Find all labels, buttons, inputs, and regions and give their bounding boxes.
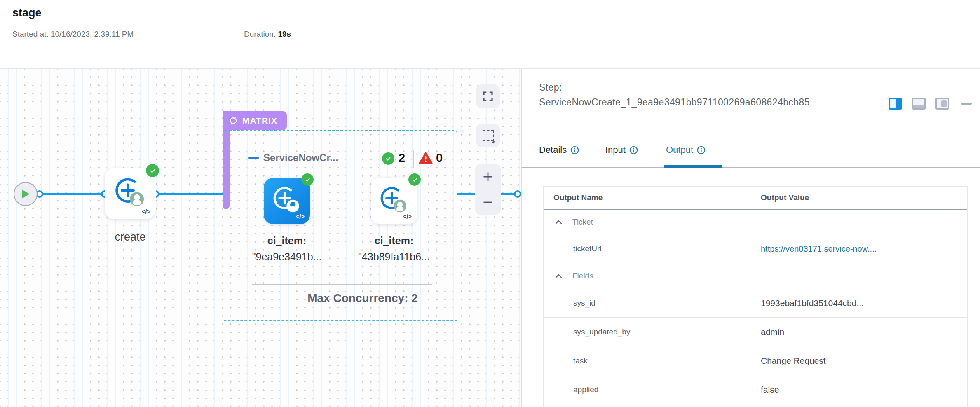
edge-create-to-matrix bbox=[156, 193, 223, 195]
matrix-group-box[interactable]: ServiceNowCr... 2 0 bbox=[223, 130, 457, 321]
step-details-panel: Step: ServiceNowCreate_1_9ea9e3491bb9711… bbox=[522, 69, 980, 407]
matrix-divider bbox=[252, 284, 432, 285]
layout-split-icon bbox=[896, 99, 901, 108]
layout-bottom-button[interactable] bbox=[912, 98, 926, 110]
duration-value: 19s bbox=[278, 30, 291, 38]
chevron-up-icon[interactable] bbox=[555, 220, 562, 225]
started-label: Started at: bbox=[12, 30, 49, 38]
create-step-node[interactable]: </> bbox=[105, 168, 156, 219]
group-row-ticket[interactable]: Ticket bbox=[544, 210, 967, 234]
table-header-row: Output Name Output Value bbox=[544, 187, 967, 210]
play-icon bbox=[21, 189, 30, 199]
column-output-value: Output Value bbox=[761, 193, 809, 202]
tab-input[interactable]: Input bbox=[605, 145, 638, 155]
zoom-out-button[interactable] bbox=[475, 189, 501, 215]
duration: Duration: 19s bbox=[244, 30, 291, 39]
table-row: sys_updated_by admin bbox=[544, 318, 967, 346]
zoom-in-icon bbox=[482, 171, 494, 182]
matrix-child-label-1: ci_item: "9ea9e3491b... bbox=[237, 235, 336, 263]
ci-item-value: "9ea9e3491b... bbox=[237, 251, 336, 263]
group-row-fields[interactable]: Fields bbox=[544, 263, 967, 289]
step-tabs: Details Input Output bbox=[522, 142, 980, 168]
matrix-step-title: ServiceNowCr... bbox=[263, 152, 338, 164]
column-output-name: Output Name bbox=[553, 193, 603, 202]
servicenow-create-icon bbox=[112, 175, 146, 209]
group-name: Fields bbox=[572, 271, 593, 281]
code-icon: </> bbox=[403, 213, 411, 220]
info-icon[interactable] bbox=[629, 146, 638, 154]
create-node-label: create bbox=[105, 231, 156, 243]
collapse-minus-icon[interactable] bbox=[248, 157, 259, 159]
fullscreen-button[interactable] bbox=[476, 84, 500, 108]
edge-start-to-create bbox=[36, 193, 106, 195]
success-check-icon bbox=[382, 152, 394, 165]
output-name: sys_id bbox=[573, 299, 596, 308]
layout-bottom-icon bbox=[913, 105, 924, 108]
output-value: 1993ebaf1bfd351044cbd... bbox=[761, 298, 864, 308]
servicenow-create-icon bbox=[377, 184, 409, 215]
marquee-select-button[interactable] bbox=[476, 124, 500, 147]
info-icon[interactable] bbox=[570, 146, 579, 154]
matrix-child-node-2[interactable]: </> bbox=[371, 178, 417, 224]
tab-details[interactable]: Details bbox=[539, 145, 579, 155]
success-check-icon bbox=[301, 173, 314, 186]
zoom-out-icon bbox=[482, 196, 494, 208]
pipeline-execution-view: stage Started at: 10/16/2023, 2:39:11 PM… bbox=[0, 0, 980, 407]
ci-item-key: ci_item: bbox=[345, 235, 443, 247]
marquee-select-icon bbox=[483, 130, 494, 141]
layout-float-button[interactable] bbox=[935, 98, 949, 110]
workflow-canvas[interactable]: </> create MATRIX ServiceNowCr... 2 bbox=[0, 69, 522, 407]
output-name: sys_updated_by bbox=[573, 327, 630, 337]
edge-port-icon bbox=[514, 190, 521, 198]
success-count: 2 bbox=[399, 151, 405, 165]
tab-input-label: Input bbox=[605, 145, 626, 155]
success-check-icon bbox=[146, 164, 159, 177]
zoom-controls bbox=[475, 164, 501, 215]
chevron-up-icon[interactable] bbox=[555, 274, 562, 278]
page-title: stage bbox=[12, 7, 42, 19]
info-icon[interactable] bbox=[697, 146, 706, 154]
layout-split-right-button[interactable] bbox=[889, 98, 902, 110]
step-label: Step: bbox=[539, 80, 811, 95]
group-name: Ticket bbox=[572, 218, 593, 227]
success-check-icon bbox=[408, 173, 421, 186]
ticket-url-link[interactable]: https://ven03171.service-now.... bbox=[761, 244, 877, 253]
ci-item-value: "43b89fa11b6... bbox=[345, 251, 443, 263]
table-row: task Change Request bbox=[544, 346, 967, 375]
layout-float-icon bbox=[941, 100, 947, 107]
max-concurrency-label: Max Concurrency: 2 bbox=[285, 292, 440, 305]
matrix-child-label-2: ci_item: "43b89fa11b6... bbox=[345, 235, 443, 263]
duration-label: Duration: bbox=[244, 30, 276, 38]
output-name: ticketUrl bbox=[573, 244, 602, 253]
active-tab-underline bbox=[664, 165, 722, 168]
matrix-child-node-1[interactable]: </> bbox=[264, 178, 310, 224]
matrix-badge[interactable]: MATRIX bbox=[223, 111, 287, 130]
output-table: Output Name Output Value Ticket ticketUr… bbox=[543, 186, 968, 407]
step-title: Step: ServiceNowCreate_1_9ea9e3491bb9711… bbox=[539, 80, 811, 110]
tab-details-label: Details bbox=[539, 145, 567, 155]
loop-icon bbox=[228, 116, 238, 126]
table-row: sys_id 1993ebaf1bfd351044cbd... bbox=[544, 289, 967, 318]
step-name: ServiceNowCreate_1_9ea9e3491bb971100269a… bbox=[539, 95, 811, 110]
output-name: task bbox=[573, 356, 588, 365]
matrix-badge-label: MATRIX bbox=[242, 116, 277, 126]
warning-icon bbox=[419, 152, 433, 165]
table-row: applied false bbox=[544, 375, 967, 404]
error-count: 0 bbox=[436, 151, 443, 165]
tab-output-active[interactable]: Output bbox=[666, 145, 706, 155]
fullscreen-icon bbox=[482, 90, 494, 103]
output-value: admin bbox=[761, 327, 784, 337]
zoom-in-button[interactable] bbox=[475, 164, 501, 189]
table-row: ticketUrl https://ven03171.service-now..… bbox=[544, 234, 967, 263]
output-value: Change Request bbox=[761, 356, 826, 366]
output-value: false bbox=[761, 385, 779, 395]
started-value: 10/16/2023, 2:39:11 PM bbox=[51, 30, 134, 38]
start-node[interactable] bbox=[14, 182, 38, 206]
servicenow-create-icon bbox=[270, 184, 302, 215]
minimize-panel-button[interactable] bbox=[961, 103, 972, 105]
tab-output-label: Output bbox=[666, 145, 693, 155]
ci-item-key: ci_item: bbox=[237, 235, 336, 247]
output-name: applied bbox=[573, 385, 598, 394]
code-icon: </> bbox=[296, 213, 304, 220]
code-icon: </> bbox=[142, 208, 150, 215]
